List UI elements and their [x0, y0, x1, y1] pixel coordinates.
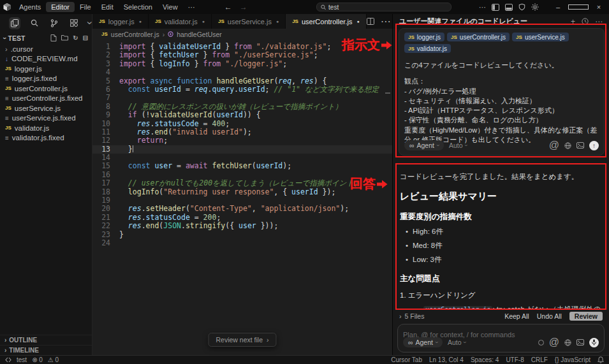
code-line[interactable]: 21 res.statusCode = 200;: [92, 214, 392, 222]
code-line[interactable]: 11 res.end("invalid userId");: [92, 128, 392, 136]
globe-icon[interactable]: [564, 339, 571, 346]
review-button[interactable]: Review: [569, 312, 603, 321]
code-line[interactable]: 13 }: [92, 145, 392, 154]
editor-scrollbar[interactable]: [385, 92, 390, 94]
warnings-indicator[interactable]: ⚠ 0: [48, 356, 59, 363]
statusbar-item[interactable]: UTF-8: [506, 356, 524, 363]
statusbar-item[interactable]: CRLF: [531, 356, 548, 363]
agent-mode-pill[interactable]: ∞ Agent ›: [403, 337, 443, 347]
tree-item[interactable]: JSvalidator.js: [0, 123, 92, 133]
code-line[interactable]: 15 const user = await fetchUser(userId);: [92, 162, 392, 170]
titlebar-menu[interactable]: ⋯: [183, 2, 200, 13]
statusbar-item[interactable]: Spaces: 4: [471, 356, 499, 363]
chat-input-box[interactable]: ∞ Agent › Auto › @: [397, 324, 605, 353]
review-next-file-button[interactable]: Review next file ›: [208, 333, 276, 347]
titlebar-menu[interactable]: Editor: [46, 2, 75, 12]
usage-indicator-icon[interactable]: [538, 340, 544, 346]
tree-item[interactable]: ≡logger.js.fixed: [0, 74, 92, 84]
tree-item[interactable]: JSuserController.js: [0, 84, 92, 94]
extensions-icon[interactable]: [68, 17, 80, 29]
breadcrumb-file[interactable]: userController.js: [111, 31, 159, 38]
source-control-icon[interactable]: [48, 17, 60, 29]
tree-item[interactable]: JSuserService.js: [0, 103, 92, 113]
editor-tab[interactable]: JSuserService.js●: [212, 14, 286, 29]
image-icon[interactable]: [576, 339, 584, 346]
remote-icon[interactable]: [5, 357, 11, 363]
mention-icon[interactable]: @: [549, 337, 559, 348]
statusbar-item[interactable]: Ln 13, Col 4: [429, 356, 464, 363]
minimize-button[interactable]: –: [548, 3, 568, 11]
code-line[interactable]: 22 res.end(JSON.stringify({ user }));: [92, 222, 392, 230]
forward-icon[interactable]: →: [240, 3, 247, 11]
chat-tab-title[interactable]: ユーザー関連ファイルのコードレビュー: [399, 17, 527, 26]
tree-item[interactable]: ≡validator.js.fixed: [0, 133, 92, 143]
globe-icon[interactable]: [564, 142, 571, 149]
code-line[interactable]: 20 res.setHeader("Content-Type", "applic…: [92, 205, 392, 213]
code-line[interactable]: 19: [92, 196, 392, 205]
new-chat-icon[interactable]: +: [571, 17, 575, 26]
maximize-button[interactable]: [568, 3, 589, 11]
code-line[interactable]: 17 // userがnullでも200を返してしまう（レビューで指摘ポイント）: [92, 179, 392, 187]
tree-item[interactable]: ≡userController.js.fixed: [0, 94, 92, 104]
shield-icon[interactable]: [518, 3, 525, 11]
editor-tab[interactable]: JSvalidator.js●: [149, 14, 212, 29]
breadcrumb-symbol[interactable]: handleGetUser: [177, 31, 222, 38]
statusbar-item[interactable]: {} JavaScript: [555, 356, 591, 363]
code-line[interactable]: 16: [92, 171, 392, 179]
errors-indicator[interactable]: ⊗ 0: [32, 356, 43, 363]
titlebar-menu[interactable]: Selection: [119, 2, 158, 12]
model-selector[interactable]: Auto ›: [449, 142, 467, 149]
voice-input-button[interactable]: [589, 338, 599, 347]
layout-sidebar-icon[interactable]: [492, 4, 499, 11]
layout-panel-icon[interactable]: [505, 4, 513, 11]
search-box[interactable]: [316, 3, 451, 11]
code-line[interactable]: 5export async function handleGetUser(req…: [92, 77, 392, 85]
titlebar-menu[interactable]: File: [75, 2, 96, 12]
titlebar-menu[interactable]: View: [158, 2, 183, 12]
code-line[interactable]: 23}: [92, 231, 392, 239]
code-line[interactable]: 9 if (!validateUserId(userId)) {: [92, 111, 392, 119]
split-editor-icon[interactable]: [367, 18, 374, 25]
tree-item[interactable]: ↓CODE_REVIEW.md: [0, 54, 92, 64]
more-actions-icon[interactable]: ⋯: [479, 3, 486, 11]
back-icon[interactable]: ←: [224, 3, 232, 11]
outline-section[interactable]: › OUTLINE: [0, 335, 92, 345]
more-actions-icon[interactable]: ⋯: [381, 15, 391, 27]
undo-all-button[interactable]: Undo All: [537, 312, 562, 320]
code-line[interactable]: 12 return;: [92, 136, 392, 145]
image-icon[interactable]: [576, 142, 584, 149]
model-selector[interactable]: Auto ›: [448, 339, 466, 346]
collapse-folders-icon[interactable]: ⊟: [83, 34, 88, 41]
refresh-icon[interactable]: ↻: [73, 34, 78, 41]
timeline-section[interactable]: › TIMELINE: [0, 345, 92, 355]
explorer-header[interactable]: › TEST ↻ ⊟: [0, 32, 92, 44]
titlebar-menu[interactable]: Agents: [14, 2, 46, 12]
search-sidebar-icon[interactable]: [29, 17, 40, 29]
explorer-icon[interactable]: [9, 17, 20, 29]
gear-icon[interactable]: [531, 3, 539, 11]
file-chip[interactable]: JSuserController.js: [447, 33, 510, 41]
code-line[interactable]: 4: [92, 68, 392, 76]
code-area[interactable]: 1import { validateUserId } from "./valid…: [92, 40, 392, 355]
editor-tab[interactable]: JSuserController.js●: [286, 14, 367, 29]
titlebar-menu[interactable]: Edit: [96, 2, 119, 12]
notifications-bell-icon[interactable]: [598, 356, 604, 363]
tree-item[interactable]: ›.cursor: [0, 44, 92, 54]
close-button[interactable]: ×: [589, 3, 609, 11]
code-line[interactable]: 18 logInfo("Returning user response", { …: [92, 188, 392, 196]
code-line[interactable]: 8 // 意図的にレスポンスの扱いが雑（レビューで指摘ポイント）: [92, 103, 392, 111]
file-chip[interactable]: JSlogger.js: [404, 33, 444, 41]
code-line[interactable]: 24: [92, 239, 392, 247]
mention-icon[interactable]: @: [549, 140, 559, 151]
files-count-label[interactable]: 5 Files: [405, 312, 425, 320]
code-line[interactable]: 6 const userId = req.query.userId; // "1…: [92, 85, 392, 94]
new-file-icon[interactable]: [50, 34, 57, 41]
agent-mode-pill[interactable]: ∞ Agent ›: [404, 140, 444, 150]
more-actions-icon[interactable]: ⋯: [595, 17, 603, 26]
code-line[interactable]: 3import { logInfo } from "./logger.js";: [92, 60, 392, 68]
search-input[interactable]: [328, 4, 447, 11]
code-line[interactable]: 2import { fetchUser } from "./userServic…: [92, 51, 392, 59]
file-chip[interactable]: JSuserService.js: [512, 33, 569, 41]
editor-tab[interactable]: JSlogger.js●: [92, 14, 149, 29]
tree-item[interactable]: JSlogger.js: [0, 64, 92, 74]
